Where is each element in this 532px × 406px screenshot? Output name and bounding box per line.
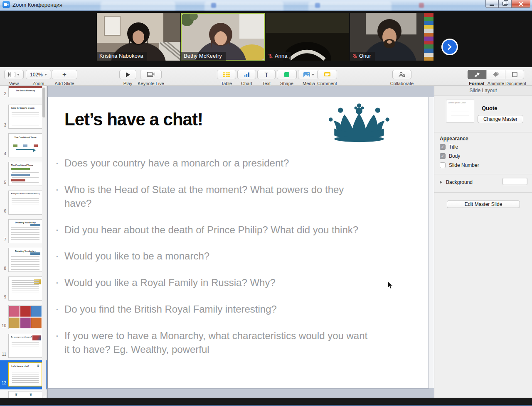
- canvas-gutter: [429, 97, 434, 388]
- slide-thumbnail-10[interactable]: 10: [0, 303, 47, 332]
- thumbnail-preview: [8, 305, 42, 329]
- slide-thumbnail-9[interactable]: 9: [0, 274, 47, 303]
- slide-number: 7: [0, 237, 6, 242]
- video-tile-bethy[interactable]: Bethy McKeefry: [181, 13, 265, 61]
- thumbnail-preview: [8, 276, 42, 301]
- slide-thumbnail-7[interactable]: Debating Vocabulary 7: [0, 217, 47, 246]
- view-button[interactable]: [4, 70, 24, 79]
- change-master-button[interactable]: Change Master: [478, 115, 523, 123]
- thumb-text-lines: [12, 198, 39, 211]
- crown-icon: ♛: [15, 393, 17, 396]
- media-icon: [303, 72, 310, 77]
- slide-number: 8: [0, 266, 6, 271]
- next-participants-button[interactable]: [441, 39, 458, 55]
- video-tile-anna[interactable]: Anna: [266, 13, 349, 61]
- current-slide[interactable]: Let’s have a chat! Does your country ha: [48, 97, 429, 388]
- edit-master-slide-button[interactable]: Edit Master Slide: [447, 201, 520, 208]
- slide-number: 11: [0, 352, 6, 357]
- text-group: T Text: [257, 70, 276, 86]
- document-icon: [512, 72, 517, 77]
- table-button[interactable]: [217, 70, 236, 79]
- minimize-button[interactable]: [485, 0, 498, 8]
- bullet-row[interactable]: Does your country have a monarch or a pr…: [55, 156, 289, 170]
- document-tab-label: Document: [505, 81, 525, 86]
- thumb-photo: [9, 86, 42, 88]
- zoom-control[interactable]: 102%: [26, 70, 51, 79]
- master-slide-thumbnail[interactable]: Lorem Ipsum Dolor: [446, 100, 474, 122]
- thumbnail-preview: Examples of the Conditional Tense (Briti…: [8, 191, 42, 215]
- media-button[interactable]: [298, 70, 320, 79]
- tab-format[interactable]: [468, 70, 487, 79]
- crown-icon: ♛: [37, 364, 39, 368]
- slide-thumbnail-12[interactable]: Let's have a chat! ♛ 12: [0, 360, 47, 389]
- crown-icon: ♛: [30, 393, 32, 396]
- video-tile-kristina[interactable]: Kristina Nabokova: [97, 13, 180, 61]
- slide-thumbnail-5[interactable]: The Conditional Tense 5: [0, 160, 47, 188]
- slide-thumbnail-4[interactable]: The Conditional Tense — — — 4: [0, 131, 47, 160]
- text-button[interactable]: T: [257, 70, 276, 79]
- thumb-text-lines: [12, 280, 39, 297]
- bullet-text: Would you like a Royal Family in Russia?…: [64, 276, 276, 289]
- slide-title[interactable]: Let’s have a chat!: [64, 110, 203, 130]
- background-tab-ghost: [101, 1, 175, 10]
- shape-button[interactable]: [277, 70, 297, 79]
- bullet-row[interactable]: Would you like a Royal Family in Russia?…: [55, 276, 276, 289]
- crown-icon[interactable]: [318, 102, 400, 143]
- slide-thumbnail-8[interactable]: Debating Vocabulary 8: [0, 246, 47, 274]
- slide-number: 12: [0, 381, 6, 385]
- chart-button[interactable]: [237, 70, 256, 79]
- keynote-live-button[interactable]: [140, 70, 162, 79]
- thumbnail-preview: Debating Vocabulary: [8, 219, 42, 243]
- chart-group: Chart: [237, 70, 256, 86]
- slide-thumbnail-6[interactable]: Examples of the Conditional Tense (Briti…: [0, 188, 47, 217]
- tab-document[interactable]: [505, 70, 524, 79]
- participant-nametag: Anna: [266, 52, 291, 61]
- tab-animate[interactable]: [486, 70, 505, 79]
- thumb-title: Aims for today's lesson: [11, 107, 34, 109]
- zoom-group: 102% Zoom: [26, 70, 51, 86]
- add-slide-button[interactable]: +: [52, 70, 77, 79]
- background-favicon-ghost: [419, 3, 424, 8]
- slide-thumbnail-13[interactable]: ♛ ♛ Advantages Disadvantages 13: [0, 389, 47, 398]
- chart-label: Chart: [241, 81, 252, 86]
- animate-tab-label: Animate: [486, 81, 505, 86]
- bullet-row[interactable]: Would you like to be a monarch?: [55, 249, 209, 263]
- slide-thumbnail-11[interactable]: Do you agree or disagree? 11: [0, 332, 47, 360]
- zoom-label: Zoom: [32, 81, 44, 86]
- sidebar-scrollbar[interactable]: [42, 87, 46, 396]
- master-thumb-title: Lorem Ipsum Dolor: [448, 101, 466, 104]
- comment-icon: [324, 72, 330, 77]
- bullet-row[interactable]: If you were to have a Monarchy, what cha…: [55, 329, 367, 356]
- play-icon: [126, 72, 130, 77]
- disclosure-triangle-icon[interactable]: [440, 181, 442, 184]
- slide-number-checkbox[interactable]: [440, 162, 446, 168]
- restore-button[interactable]: [498, 0, 511, 8]
- bullet-row[interactable]: Do you find the British Royal Family int…: [55, 302, 277, 316]
- participant-name: Kristina Nabokova: [99, 53, 143, 59]
- add-slide-group: + Add Slide: [52, 70, 77, 86]
- background-color-well[interactable]: [502, 178, 527, 185]
- thumbnail-preview: The Conditional Tense: [8, 162, 42, 186]
- body-checkbox[interactable]: [440, 153, 446, 159]
- title-checkbox[interactable]: [440, 144, 446, 150]
- close-icon: [519, 2, 523, 6]
- video-tile-onur[interactable]: Onur: [350, 13, 433, 61]
- bullet-row[interactable]: Who is the Head of State at the moment? …: [55, 183, 344, 210]
- thumb-title: Examples of the Conditional Tense (Briti…: [11, 193, 40, 195]
- collaborate-button[interactable]: [392, 70, 411, 79]
- slide-thumbnail-2[interactable]: The British Monarchy 2: [0, 86, 47, 100]
- keynote-toolbar: View 102% Zoom + Add Slide Play Keyno: [0, 67, 532, 86]
- text-label: Text: [262, 81, 271, 86]
- play-group: Play: [119, 70, 136, 86]
- scrollbar-thumb[interactable]: [42, 88, 45, 117]
- close-button[interactable]: [511, 0, 530, 8]
- bullet-row[interactable]: Did you hear about the death of Prince P…: [55, 223, 358, 237]
- slide-thumbnail-3[interactable]: Aims for today's lesson 3: [0, 103, 47, 131]
- bullet-text: Does your country have a monarch or a pr…: [64, 156, 289, 170]
- play-button[interactable]: [119, 70, 136, 79]
- comment-group: Comment: [317, 70, 337, 86]
- inspector-header: Slide Layout: [434, 86, 532, 95]
- comment-button[interactable]: [317, 70, 337, 79]
- thumbnail-preview: ♛ ♛ Advantages Disadvantages: [8, 391, 42, 398]
- slide-canvas[interactable]: Let’s have a chat! Does your country ha: [47, 86, 434, 398]
